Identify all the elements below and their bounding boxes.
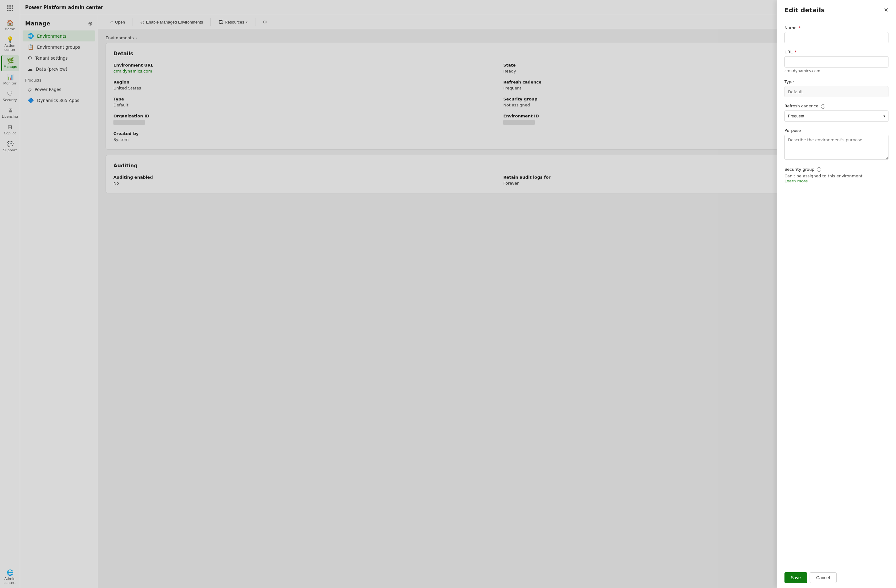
purpose-label: Purpose bbox=[785, 128, 888, 133]
edit-details-panel: Edit details ✕ Name * URL * crm.dynamics… bbox=[777, 0, 896, 588]
panel-footer: Save Cancel bbox=[777, 567, 896, 588]
type-static-value: Default bbox=[785, 86, 888, 97]
security-group-description: Can't be assigned to this environment. bbox=[785, 173, 888, 178]
form-group-refresh-cadence: Refresh cadence i Frequent Moderate Manu… bbox=[785, 103, 888, 122]
refresh-cadence-select[interactable]: Frequent Moderate Manual bbox=[785, 111, 888, 122]
form-group-url: URL * crm.dynamics.com bbox=[785, 50, 888, 73]
name-input[interactable] bbox=[785, 32, 888, 43]
name-required: * bbox=[798, 26, 801, 30]
security-learn-more-link[interactable]: Learn more bbox=[785, 179, 808, 183]
refresh-cadence-label: Refresh cadence i bbox=[785, 103, 888, 109]
url-hint: crm.dynamics.com bbox=[785, 69, 888, 73]
panel-body: Name * URL * crm.dynamics.com Type Defau… bbox=[777, 19, 896, 567]
name-label: Name * bbox=[785, 26, 888, 30]
save-button[interactable]: Save bbox=[785, 572, 807, 583]
purpose-textarea[interactable] bbox=[785, 135, 888, 160]
form-group-purpose: Purpose bbox=[785, 128, 888, 161]
panel-title: Edit details bbox=[785, 6, 825, 14]
panel-header: Edit details ✕ bbox=[777, 0, 896, 19]
url-label: URL * bbox=[785, 50, 888, 54]
form-group-type: Type Default bbox=[785, 79, 888, 97]
cancel-button[interactable]: Cancel bbox=[810, 572, 837, 583]
security-group-label: Security group i bbox=[785, 167, 888, 172]
panel-close-button[interactable]: ✕ bbox=[884, 7, 888, 14]
url-required: * bbox=[794, 50, 797, 54]
security-group-info-icon[interactable]: i bbox=[817, 167, 821, 172]
form-group-name: Name * bbox=[785, 26, 888, 43]
type-label: Type bbox=[785, 79, 888, 84]
form-group-security-group: Security group i Can't be assigned to th… bbox=[785, 167, 888, 184]
refresh-cadence-info-icon[interactable]: i bbox=[821, 104, 825, 109]
refresh-cadence-select-wrapper: Frequent Moderate Manual ▾ bbox=[785, 111, 888, 122]
panel-dim-overlay[interactable] bbox=[0, 0, 896, 588]
url-input[interactable] bbox=[785, 56, 888, 67]
